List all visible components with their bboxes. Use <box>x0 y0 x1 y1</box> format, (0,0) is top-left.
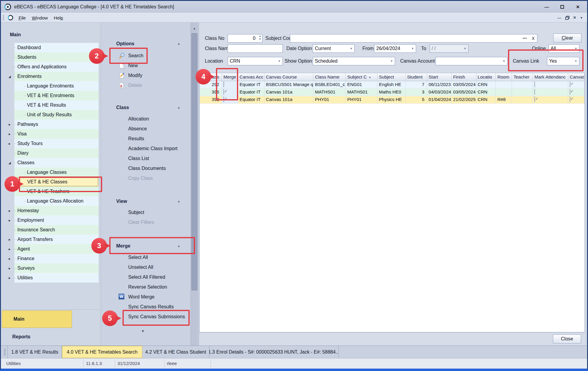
clear-field-x-icon[interactable]: X <box>532 36 535 41</box>
col-header-canvas-course[interactable]: Canvas Course <box>264 73 314 81</box>
mark-attendance-checkbox[interactable] <box>534 89 535 95</box>
toolbar-grip[interactable] <box>3 15 4 20</box>
tool-item-absence[interactable]: Absence <box>102 124 191 134</box>
class-no-input[interactable]: 0 ▲▼ <box>228 34 262 43</box>
grid-row[interactable]: 292 Equator IT BSBCUS501 Manage q BSBLED… <box>200 81 584 89</box>
class-name-input[interactable] <box>228 44 283 53</box>
col-header-student[interactable]: Student <box>406 73 427 81</box>
show-option-select[interactable]: Scheduled <box>313 57 395 65</box>
tree-collapsed-icon[interactable]: ► <box>7 142 13 145</box>
tree-expanded-icon[interactable]: ◢ <box>7 161 13 165</box>
collapse-icon[interactable]: ▲ <box>177 200 180 203</box>
clear-button[interactable]: Clear <box>553 34 581 43</box>
mark-attendance-checkbox[interactable] <box>534 96 535 102</box>
collapse-icon[interactable]: ▲ <box>177 42 180 45</box>
tree-collapsed-icon[interactable]: ► <box>7 209 13 212</box>
sidebar-item-visa[interactable]: ►Visa <box>14 129 99 139</box>
col-header-room[interactable]: Room <box>496 73 512 81</box>
sidebar-item-language-class-allocation[interactable]: Language Class Allocation <box>14 196 99 206</box>
minimize-icon[interactable]: — <box>543 4 551 10</box>
location-select[interactable]: CRN <box>228 57 283 65</box>
tab-enrol-details[interactable]: 1.3 Enrol Details - S#: 0000025633 HUNT,… <box>209 346 339 358</box>
sidebar-item-utilities[interactable]: ►Utilities <box>14 273 99 283</box>
tab-vet-he-timetables-search[interactable]: 4.0 VET & HE Timetables Search <box>62 346 142 358</box>
date-option-select[interactable]: Current <box>313 44 355 53</box>
col-header-canvas[interactable]: Canvas <box>568 73 584 81</box>
sidebar-item-airport-transfers[interactable]: ►Airport Transfers <box>14 235 99 244</box>
collapse-icon[interactable]: ▲ <box>177 106 180 109</box>
sidebar-item-enrolments[interactable]: ◢Enrolments <box>14 72 99 81</box>
tool-item-class-documents[interactable]: Class Documents <box>102 163 191 173</box>
menu-window[interactable]: Window <box>29 14 51 22</box>
col-header-location[interactable]: Locatio <box>476 73 496 81</box>
sidebar-item-study-tours[interactable]: ►Study Tours <box>14 139 99 148</box>
canvas-checkbox[interactable] <box>570 82 570 87</box>
tabs-grip[interactable] <box>4 349 6 355</box>
tree-collapsed-icon[interactable]: ► <box>7 267 13 270</box>
sidebar-item-dashboard[interactable]: Dashboard <box>14 43 99 52</box>
tool-item-select-all-filtered[interactable]: Select All Filtered <box>102 272 191 282</box>
scroll-up-icon[interactable]: ▲ <box>191 27 198 32</box>
sidebar-item-unit-of-study-results[interactable]: Unit of Study Results <box>14 110 99 120</box>
lookup-ellipsis-icon[interactable]: ⋯ <box>522 36 527 41</box>
canvas-checkbox[interactable] <box>570 96 570 102</box>
sidebar-item-diary[interactable]: Diary <box>14 148 99 158</box>
tree-collapsed-icon[interactable]: ► <box>7 257 13 260</box>
col-header-finish[interactable]: Finish <box>452 73 476 81</box>
tree-collapsed-icon[interactable]: ► <box>7 219 13 222</box>
tree-collapsed-icon[interactable]: ► <box>7 238 13 241</box>
col-header-class-name[interactable]: Class Name <box>313 73 346 81</box>
sidebar-item-pathways[interactable]: ►Pathways <box>14 120 99 129</box>
col-header-canvas-acc[interactable]: Canvas Acc <box>238 73 264 81</box>
sidebar-footer-main-button[interactable]: Main <box>2 310 72 328</box>
tool-item-modify[interactable]: Modify <box>102 70 191 80</box>
grid-row-selected[interactable]: 392 Equator IT Canvas 101a PHY01 PHY01 P… <box>200 96 584 104</box>
mdi-restore-icon[interactable] <box>565 16 569 20</box>
tab-vet-he-results[interactable]: 1.8 VET & HE Results <box>7 346 62 358</box>
menu-help[interactable]: Help <box>51 14 66 22</box>
tree-collapsed-icon[interactable]: ► <box>7 123 13 126</box>
scroll-down-icon[interactable]: ▼ <box>141 329 145 333</box>
close-window-icon[interactable]: × <box>574 4 582 10</box>
canvas-checkbox[interactable] <box>570 89 570 95</box>
tool-item-results[interactable]: Results <box>102 134 191 144</box>
mdi-minimize-icon[interactable]: — <box>557 16 561 20</box>
from-date-select[interactable]: 26/04/2024 <box>374 44 416 53</box>
mark-attendance-checkbox[interactable] <box>534 82 535 87</box>
col-header-start[interactable]: Start <box>427 73 452 81</box>
col-header-subject-code[interactable]: Subject C <box>346 73 377 81</box>
tool-item-academic-class-import[interactable]: Academic Class Import <box>102 144 191 153</box>
sidebar-item-language-classes[interactable]: Language Classes <box>14 168 99 177</box>
grid-row[interactable]: 395 Equator IT Canvas 101a MATHS01 MATHS… <box>200 89 584 96</box>
sidebar-item-vet-he-results[interactable]: VET & HE Results <box>14 100 99 110</box>
sidebar-item-insurance-search[interactable]: Insurance Search <box>14 225 99 235</box>
tree-collapsed-icon[interactable]: ► <box>7 132 13 136</box>
section-header-options[interactable]: Options ▲ <box>116 41 183 47</box>
tool-item-subject[interactable]: Subject <box>102 207 191 217</box>
sidebar-item-offers[interactable]: Offers and Applications <box>14 62 99 72</box>
to-date-select[interactable]: / / <box>430 44 468 53</box>
sidebar-item-homestay[interactable]: ►Homestay <box>14 206 99 215</box>
mdi-close-icon[interactable]: × <box>573 15 576 20</box>
section-header-view[interactable]: View ▲ <box>116 199 183 205</box>
maximize-icon[interactable] <box>558 4 566 10</box>
tool-item-word-merge[interactable]: W Word Merge <box>102 292 191 302</box>
sidebar-item-language-enrolments[interactable]: Language Enrolments <box>14 81 99 91</box>
sidebar-footer-reports-button[interactable]: Reports <box>12 334 30 340</box>
tool-item-class-list[interactable]: Class List <box>102 153 191 163</box>
tool-item-reverse-selection[interactable]: Reverse Selection <box>102 282 191 292</box>
canvas-account-select[interactable] <box>436 57 507 65</box>
tab-vet-he-class-student[interactable]: 4.2 VET & HE Class Student <box>142 346 209 358</box>
tool-item-unselect-all[interactable]: Unselect All <box>102 262 191 272</box>
class-no-spinner[interactable]: ▲▼ <box>259 35 261 40</box>
subject-code-input[interactable]: ⋯ X <box>290 34 537 43</box>
tree-expanded-icon[interactable]: ◢ <box>7 75 13 78</box>
tree-collapsed-icon[interactable]: ► <box>7 276 13 280</box>
col-header-mark-attendance[interactable]: Mark Attendanc <box>533 73 568 81</box>
sidebar-item-classes[interactable]: ◢Classes <box>14 158 99 168</box>
sidebar-item-surveys[interactable]: ►Surveys <box>14 263 99 273</box>
sidebar-item-employment[interactable]: ►Employment <box>14 215 99 225</box>
col-header-teacher[interactable]: Teacher <box>512 73 533 81</box>
close-button[interactable]: Close <box>553 334 581 343</box>
sidebar-item-students[interactable]: Students <box>14 52 99 62</box>
